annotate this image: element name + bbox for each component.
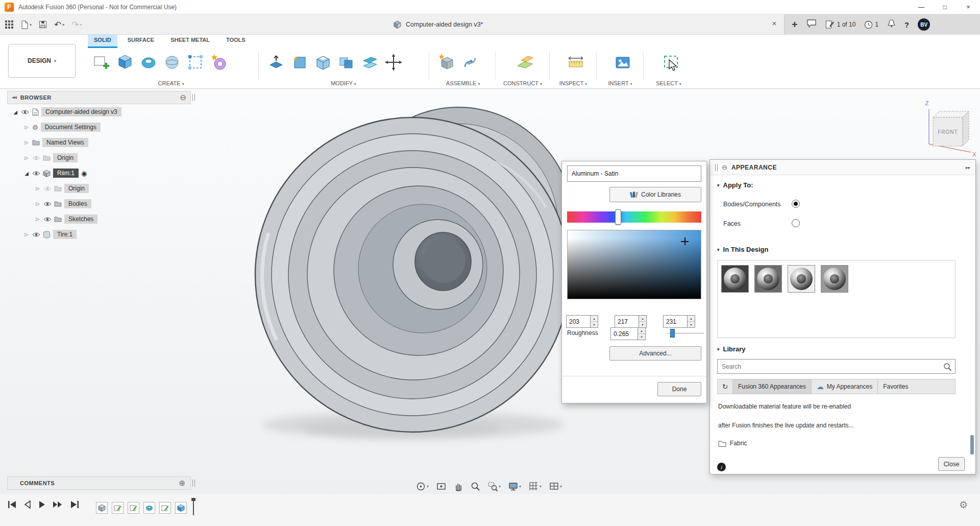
expand-icon[interactable]: ▷ (35, 217, 41, 222)
comments-bar[interactable]: COMMENTS ⊕ (7, 476, 191, 490)
play-icon[interactable] (38, 500, 46, 509)
tab-fusion-appearances[interactable]: Fusion 360 Appearances (733, 379, 812, 394)
pattern-icon[interactable] (186, 53, 205, 72)
appearance-name-input[interactable] (567, 165, 701, 182)
orbit-icon[interactable]: ▾ (416, 482, 429, 491)
undo-icon[interactable]: ↶ ▾ (54, 19, 64, 30)
timeline-settings-gear-icon[interactable]: ⚙ (959, 499, 968, 511)
spin-up-icon[interactable]: ▲ (639, 316, 646, 322)
group-modify[interactable]: MODIFY ▾ (261, 80, 426, 86)
group-inspect[interactable]: INSPECT ▾ (551, 80, 595, 86)
extrude-icon[interactable] (115, 53, 135, 72)
group-select[interactable]: SELECT ▾ (645, 80, 692, 86)
new-tab-icon[interactable]: + (792, 19, 798, 31)
grid-snap-icon[interactable]: ▾ (529, 482, 542, 491)
spin-up-icon[interactable]: ▲ (591, 316, 598, 322)
panel-collapse-icon[interactable]: ⊖ (722, 163, 727, 171)
new-component-icon[interactable] (437, 53, 456, 72)
visibility-eye-icon[interactable] (32, 171, 40, 176)
color-libraries-button[interactable]: Color Libraries (609, 187, 701, 202)
appearance-swatch[interactable] (788, 265, 815, 293)
tab-tools[interactable]: TOOLS (220, 35, 252, 48)
spin-up-icon[interactable]: ▲ (688, 316, 695, 322)
browser-item-tire[interactable]: ▷ Tire:1 (7, 227, 191, 242)
expand-icon[interactable]: ▷ (35, 201, 41, 206)
browser-header[interactable]: ◀◀ BROWSER ⊖ (7, 91, 191, 104)
go-to-end-icon[interactable] (69, 500, 80, 509)
expand-icon[interactable]: ▷ (23, 232, 30, 237)
coil-icon[interactable] (209, 53, 229, 72)
tab-my-appearances[interactable]: ☁ My Appearances (812, 379, 878, 394)
info-icon[interactable]: i (717, 463, 726, 471)
workspace-selector[interactable]: DESIGN ▾ (8, 44, 76, 78)
saturation-value-picker[interactable] (567, 230, 701, 299)
browser-item-riim[interactable]: ◢ Riim:1 ◉ (7, 165, 191, 181)
help-icon[interactable]: ? (904, 20, 909, 29)
color-picker-crosshair[interactable] (681, 237, 689, 245)
job-journal-item[interactable]: 1 of 10 (825, 20, 856, 29)
insert-image-icon[interactable] (613, 53, 632, 72)
redo-icon[interactable]: ↷ ▾ (71, 19, 82, 30)
timeline-feature-extrude[interactable] (175, 502, 187, 514)
visibility-eye-icon[interactable] (43, 201, 52, 207)
library-section[interactable]: ▾ Library (717, 345, 746, 353)
avatar[interactable]: BV (918, 18, 930, 31)
visibility-eye-icon[interactable] (21, 109, 29, 115)
shell-icon[interactable] (313, 53, 333, 72)
search-icon[interactable] (943, 363, 952, 371)
view-cube[interactable]: FRONT Z X (910, 95, 978, 161)
group-create[interactable]: CREATE ▾ (87, 80, 255, 86)
hue-slider-handle[interactable] (615, 209, 621, 225)
zoom-icon[interactable] (471, 482, 480, 491)
revolve-icon[interactable] (139, 53, 158, 72)
document-tab[interactable]: Computer-aided design v3* (393, 14, 483, 35)
spin-down-icon[interactable]: ▼ (591, 322, 598, 327)
browser-item-document-settings[interactable]: ▷ ⚙ Document Settings (7, 119, 191, 135)
group-insert[interactable]: INSERT ▾ (598, 80, 642, 86)
spin-down-icon[interactable]: ▼ (688, 322, 695, 327)
save-icon[interactable] (39, 20, 47, 29)
timeline-feature-component[interactable] (96, 502, 108, 514)
browser-item-sketches[interactable]: ▷ Sketches (7, 211, 191, 227)
timeline-feature-sketch[interactable] (128, 502, 139, 514)
spin-down-icon[interactable]: ▼ (638, 334, 645, 340)
sphere-icon[interactable] (162, 53, 182, 72)
library-scrollbar[interactable] (970, 435, 974, 455)
notifications-bell-icon[interactable] (887, 19, 896, 30)
app-grid-menu-icon[interactable] (5, 20, 13, 29)
look-at-icon[interactable] (436, 482, 446, 491)
timeline-feature-revolve[interactable] (143, 502, 155, 514)
apply-bodies-radio[interactable] (792, 200, 800, 208)
step-forward-icon[interactable] (52, 500, 63, 509)
minimize-button[interactable]: — (910, 0, 933, 14)
tab-solid[interactable]: SOLID (88, 35, 117, 48)
timeline-position-marker[interactable] (193, 500, 194, 515)
go-to-start-icon[interactable] (7, 500, 17, 509)
activate-component-radio[interactable]: ◉ (81, 170, 87, 177)
visibility-eye-icon[interactable] (43, 217, 52, 222)
create-sketch-icon[interactable] (92, 53, 111, 72)
viewport-3d-model-rim[interactable] (219, 100, 597, 447)
zoom-window-icon[interactable]: ▾ (488, 482, 501, 491)
spin-up-icon[interactable]: ▲ (638, 328, 645, 334)
timeline-feature-sketch[interactable] (159, 502, 171, 514)
spin-down-icon[interactable]: ▼ (639, 322, 646, 327)
comments-grip[interactable] (192, 480, 195, 487)
comments-bubble-icon[interactable] (806, 19, 817, 30)
pan-icon[interactable] (454, 482, 463, 491)
browser-item-riim-origin[interactable]: ▷ Origin (7, 181, 191, 196)
in-this-design-section[interactable]: ▾ In This Design (717, 246, 768, 253)
expand-icon[interactable]: ▷ (35, 186, 41, 191)
construct-plane-icon[interactable] (516, 53, 535, 72)
visibility-eye-off-icon[interactable] (43, 186, 52, 192)
fillet-icon[interactable] (290, 53, 309, 72)
file-menu-icon[interactable]: ▾ (20, 20, 32, 29)
hue-slider[interactable] (567, 211, 701, 223)
expand-icon[interactable]: ◢ (12, 109, 18, 115)
expand-icon[interactable]: ▷ (23, 155, 30, 160)
maximize-button[interactable]: □ (933, 0, 957, 14)
group-assemble[interactable]: ASSEMBLE ▾ (432, 80, 494, 86)
appearance-swatch[interactable] (721, 265, 749, 293)
search-input[interactable] (718, 360, 955, 373)
display-settings-icon[interactable]: ▾ (508, 482, 521, 491)
